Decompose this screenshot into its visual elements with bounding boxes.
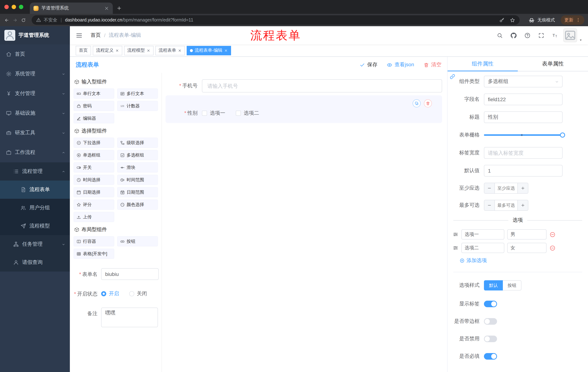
tag-首页[interactable]: 首页 [76,46,91,55]
component-type-select[interactable]: 多选框组 [484,76,563,87]
palette-item-级联选择[interactable]: 级联选择 [117,138,158,148]
option-value-input[interactable] [507,229,546,240]
tag-流程定义[interactable]: 流程定义 [93,46,122,55]
search-icon[interactable] [497,32,503,38]
close-tab-icon[interactable] [104,6,109,11]
avatar[interactable] [563,28,577,42]
phone-field-row[interactable]: *手机号 [166,79,442,93]
default-value-input[interactable] [484,165,563,177]
app-logo[interactable]: 芋道管理系统 [0,26,70,44]
github-icon[interactable] [511,32,517,38]
window-controls[interactable] [0,0,28,14]
toggle-switch[interactable] [484,336,497,342]
phone-input[interactable] [202,79,442,93]
palette-item-编辑器[interactable]: 编辑器 [74,113,114,123]
sidebar-item-工作流程[interactable]: 工作流程 [0,143,70,162]
hamburger-icon[interactable] [76,32,83,39]
sidebar-item-任务管理[interactable]: 任务管理 [0,235,70,253]
view-json-button[interactable]: 查看json [387,62,414,68]
browser-tab[interactable]: 芋道管理系统 [30,2,113,14]
status-on-radio[interactable]: 开启 [101,290,119,297]
increase-button[interactable] [518,200,528,210]
grid-slider[interactable] [484,129,563,141]
min-select-stepper[interactable] [484,183,528,194]
copy-component-button[interactable] [413,99,421,107]
decrease-button[interactable] [484,200,494,210]
close-tag-icon[interactable] [147,49,150,52]
style-button-button[interactable]: 按钮 [503,280,521,290]
close-tag-icon[interactable] [178,49,182,52]
remove-option-icon[interactable] [549,245,556,251]
close-tag-icon[interactable] [224,49,228,52]
sidebar-item-基础设施[interactable]: 基础设施 [0,103,70,123]
palette-item-行容器[interactable]: 行容器 [74,236,114,246]
title-input[interactable] [484,111,563,123]
selected-component[interactable]: *性别 选项一 选项二 [166,95,442,123]
menu-dots-icon[interactable] [576,18,581,22]
decrease-button[interactable] [484,183,494,193]
key-icon[interactable] [499,17,505,23]
drag-handle-icon[interactable] [453,232,459,237]
address-bar[interactable]: 不安全 | dashboard.yudao.iocoder.cn/bpm/man… [32,15,520,25]
gender-option-1[interactable]: 选项一 [202,110,225,117]
new-tab-icon[interactable] [116,5,122,11]
tab-form-props[interactable]: 表单属性 [518,57,588,71]
slider-handle[interactable] [560,132,565,138]
sidebar-item-流程模型[interactable]: 流程模型 [0,217,70,235]
palette-item-密码[interactable]: 密码 [74,101,114,111]
caret-down-icon[interactable] [578,38,583,42]
help-icon[interactable] [524,32,531,38]
field-name-input[interactable] [484,94,563,105]
palette-item-时间选择[interactable]: 时间选择 [74,175,114,185]
update-button[interactable]: 更新 [561,15,584,25]
tag-流程表单-编辑[interactable]: 流程表单-编辑 [187,46,231,55]
palette-item-评分[interactable]: 评分 [74,200,114,210]
back-icon[interactable] [4,17,10,23]
minimize-window-button[interactable] [12,5,16,9]
palette-item-多选框组[interactable]: 多选框组 [117,150,158,160]
clear-button[interactable]: 清空 [423,62,441,68]
palette-item-上传[interactable]: 上传 [74,212,114,222]
label-width-input[interactable] [484,147,563,159]
tab-component-props[interactable]: 组件属性 [448,57,518,71]
checkbox-icon[interactable] [236,111,241,116]
palette-item-计数器[interactable]: 123计数器 [117,101,158,111]
form-name-input[interactable] [101,268,159,280]
sidebar-item-用户分组[interactable]: 用户分组 [0,199,70,217]
increase-button[interactable] [518,183,528,193]
link-icon[interactable] [449,74,456,80]
palette-item-日期选择[interactable]: 日期选择 [74,187,114,197]
style-default-button[interactable]: 默认 [484,280,503,290]
palette-item-开关[interactable]: 开关 [74,162,114,172]
maximize-window-button[interactable] [19,5,23,9]
close-window-button[interactable] [4,5,9,9]
min-select-input[interactable] [494,183,518,193]
sidebar-item-流程管理[interactable]: 流程管理 [0,162,70,181]
fullscreen-icon[interactable] [538,32,544,38]
tag-流程表单[interactable]: 流程表单 [155,46,185,55]
breadcrumb-home[interactable]: 首页 [91,32,101,39]
palette-item-表格[开发中][interactable]: 表格[开发中] [74,249,114,259]
palette-item-时间范围[interactable]: 时间范围 [117,175,158,185]
toggle-switch[interactable] [484,318,497,325]
forward-icon[interactable] [12,17,18,23]
sidebar-item-请假查询[interactable]: 请假查询 [0,253,70,272]
form-remark-input[interactable]: 嘿嘿 [101,308,158,327]
option-value-input[interactable] [507,243,546,253]
palette-item-按钮[interactable]: 按钮 [117,236,158,246]
remove-option-icon[interactable] [549,231,556,237]
palette-item-滑块[interactable]: 滑块 [117,162,158,172]
toggle-switch[interactable] [484,353,497,360]
delete-component-button[interactable] [424,99,432,107]
status-off-radio[interactable]: 关闭 [129,290,147,297]
palette-item-日期范围[interactable]: 日期范围 [117,187,158,197]
tag-流程模型[interactable]: 流程模型 [124,46,154,55]
option-label-input[interactable] [461,243,504,253]
sidebar-item-系统管理[interactable]: 系统管理 [0,64,70,84]
drag-handle-icon[interactable] [453,245,459,251]
toggle-switch[interactable] [484,301,497,307]
palette-item-下拉选择[interactable]: 下拉选择 [74,138,114,148]
sidebar-item-研发工具[interactable]: 研发工具 [0,123,70,143]
max-select-input[interactable] [494,200,518,210]
close-tag-icon[interactable] [115,49,119,52]
